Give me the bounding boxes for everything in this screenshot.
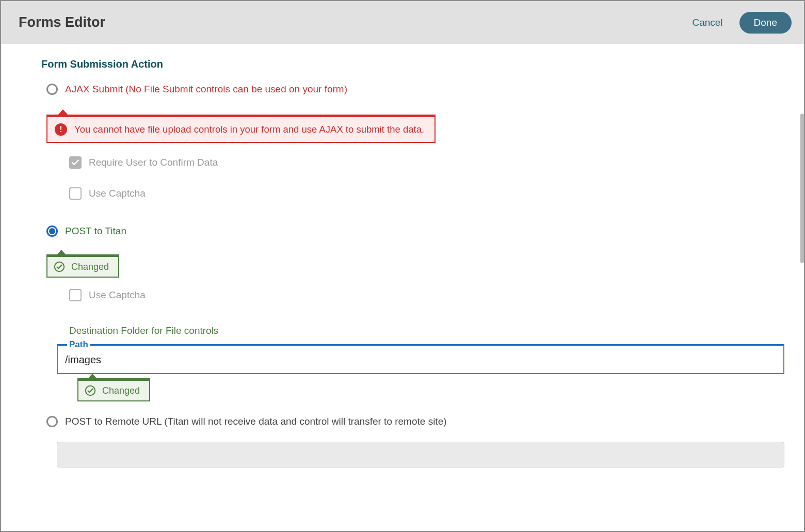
check-circle-icon: [54, 261, 65, 272]
path-input[interactable]: [58, 350, 783, 373]
path-field: Path: [57, 340, 784, 374]
error-text: You cannot have file upload controls in …: [74, 124, 424, 135]
warning-icon: !: [55, 123, 67, 136]
radio-icon: [46, 416, 58, 427]
checkbox-require-confirm[interactable]: Require User to Confirm Data: [69, 156, 764, 169]
radio-label: POST to Remote URL (Titan will not recei…: [65, 416, 447, 427]
path-legend: Path: [67, 340, 90, 350]
done-button[interactable]: Done: [739, 12, 792, 34]
check-circle-icon: [85, 385, 96, 396]
changed-badge-titan: Changed: [46, 254, 119, 278]
checkbox-icon: [69, 289, 82, 301]
checkbox-icon: [69, 156, 82, 169]
radio-ajax-submit[interactable]: AJAX Submit (No File Submit controls can…: [46, 84, 764, 95]
radio-label: POST to Titan: [65, 225, 126, 237]
header: Forms Editor Cancel Done: [1, 1, 804, 44]
checkbox-titan-captcha[interactable]: Use Captcha: [69, 289, 764, 301]
checkbox-icon: [69, 187, 82, 200]
content-area: Form Submission Action AJAX Submit (No F…: [1, 44, 804, 531]
section-title: Form Submission Action: [41, 58, 764, 70]
radio-icon: [46, 225, 58, 237]
changed-badge-path: Changed: [77, 378, 150, 401]
checkbox-label: Require User to Confirm Data: [89, 157, 218, 168]
page-title: Forms Editor: [19, 14, 105, 30]
radio-icon: [46, 84, 58, 95]
error-tooltip: ! You cannot have file upload controls i…: [46, 115, 436, 143]
remote-url-input[interactable]: [57, 442, 784, 467]
checkbox-label: Use Captcha: [89, 289, 146, 301]
scrollbar-thumb[interactable]: [800, 114, 804, 263]
destination-folder-label: Destination Folder for File controls: [69, 325, 764, 336]
changed-label: Changed: [71, 262, 109, 272]
radio-post-titan[interactable]: POST to Titan: [46, 225, 764, 237]
changed-label: Changed: [102, 385, 140, 396]
checkbox-label: Use Captcha: [89, 188, 146, 199]
checkbox-ajax-captcha[interactable]: Use Captcha: [69, 187, 764, 200]
radio-post-remote[interactable]: POST to Remote URL (Titan will not recei…: [46, 416, 764, 427]
header-actions: Cancel Done: [692, 12, 792, 34]
radio-label: AJAX Submit (No File Submit controls can…: [65, 84, 347, 95]
cancel-button[interactable]: Cancel: [692, 17, 722, 28]
